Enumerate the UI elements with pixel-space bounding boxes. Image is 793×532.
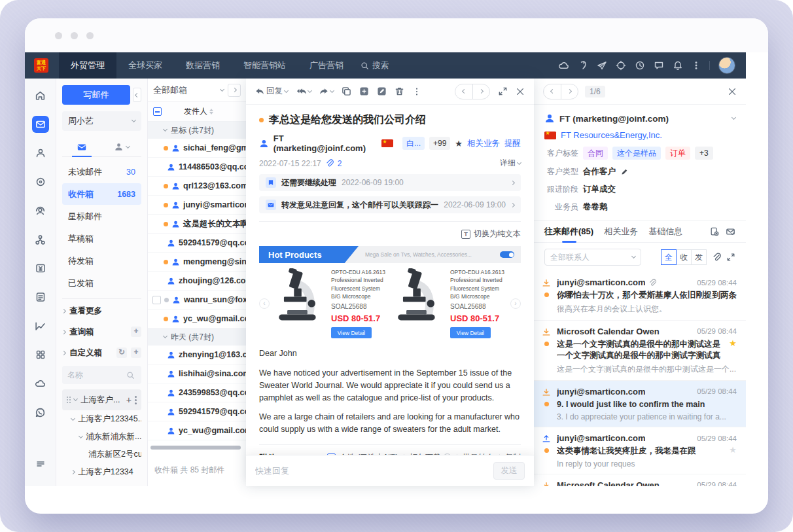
mail-row[interactable]: yc_wu@gmail.com bbox=[148, 310, 246, 328]
add-square-icon[interactable] bbox=[359, 86, 369, 96]
brand-logo[interactable]: 富通 天下 bbox=[34, 58, 48, 73]
rail-docs[interactable] bbox=[25, 283, 56, 311]
rail-home[interactable] bbox=[25, 81, 56, 110]
rail-mail[interactable] bbox=[25, 110, 56, 139]
chevron-down-icon[interactable] bbox=[731, 115, 736, 120]
compose-button[interactable]: 写邮件 bbox=[62, 85, 130, 105]
next-mail-button[interactable] bbox=[472, 84, 489, 99]
view-detail-button[interactable]: View Detail bbox=[331, 327, 372, 338]
mail-row[interactable]: wanru_sun@foxmail.com bbox=[148, 291, 246, 310]
correspondence-item[interactable]: Microsoft Calendar Owen 05/29 08:44 这是一个… bbox=[534, 474, 746, 487]
star-toggle[interactable]: ★ bbox=[455, 139, 463, 148]
seg-sent[interactable]: 发 bbox=[691, 249, 707, 265]
folder-tab-mail[interactable] bbox=[62, 137, 102, 156]
remind-link[interactable]: 提醒 bbox=[504, 138, 521, 149]
add-custom-box-button[interactable]: + bbox=[131, 347, 141, 358]
reply-button[interactable]: 回复 bbox=[255, 86, 288, 97]
send-button[interactable]: 发送 bbox=[493, 462, 525, 480]
next-contact-button[interactable] bbox=[561, 84, 578, 99]
rail-org[interactable] bbox=[25, 225, 56, 254]
plain-text-toggle[interactable]: T 切换为纯文本 bbox=[259, 221, 521, 239]
doc-gear-icon[interactable] bbox=[710, 227, 719, 236]
carousel-next-button[interactable]: › bbox=[510, 298, 521, 309]
group-starred[interactable]: 星标 (共7封) bbox=[148, 122, 246, 139]
company-link[interactable]: FT Resources&Energy,Inc. bbox=[561, 130, 662, 140]
detail-toggle[interactable]: 详细 bbox=[500, 158, 521, 169]
custom-box-selected[interactable]: 上海客户... + bbox=[62, 389, 141, 410]
folder-outbox[interactable]: 待发箱 bbox=[62, 250, 141, 272]
select-all-checkbox[interactable] bbox=[153, 107, 162, 116]
folder-inbox[interactable]: 收件箱 1683 bbox=[62, 183, 141, 205]
folder-unread[interactable]: 未读邮件 30 bbox=[62, 161, 141, 183]
bell-icon[interactable] bbox=[673, 60, 683, 71]
rail-whatsapp[interactable] bbox=[25, 398, 56, 427]
customer-tag[interactable]: 这个是样品 bbox=[612, 147, 661, 160]
mail-row[interactable]: 这是超长的文本啊 bbox=[148, 215, 246, 234]
more-kebab-icon[interactable] bbox=[412, 87, 421, 96]
service-gear-icon[interactable] bbox=[616, 60, 626, 71]
rail-service[interactable] bbox=[25, 196, 56, 225]
todo-notice[interactable]: 还需要继续处理 2022-06-09 19:00 bbox=[259, 174, 521, 191]
prev-contact-button[interactable] bbox=[544, 84, 561, 99]
tree-item[interactable]: 浦东新浦东新... bbox=[62, 428, 141, 446]
row-checkbox[interactable] bbox=[152, 296, 161, 304]
drag-handle-icon[interactable] bbox=[67, 397, 71, 403]
close-icon[interactable] bbox=[516, 87, 525, 96]
star-icon[interactable]: ★ bbox=[729, 339, 737, 362]
more-kebab-icon[interactable] bbox=[135, 399, 137, 401]
contact-name[interactable]: FT (marketing@joinf.com) bbox=[559, 114, 728, 124]
correspondence-item[interactable]: junyi@smarticon.com 05/29 08:44 这类事情老让我笑… bbox=[534, 427, 746, 474]
seg-received[interactable]: 收 bbox=[676, 249, 692, 265]
clock-icon[interactable] bbox=[635, 60, 645, 71]
edit-pencil-icon[interactable] bbox=[620, 168, 629, 176]
folder-tab-contacts[interactable] bbox=[102, 137, 142, 156]
product-card[interactable]: OPTO-EDU A16.2613 Professional Inverted … bbox=[391, 268, 508, 338]
customer-tag[interactable]: 合同 bbox=[583, 147, 608, 160]
query-box-section[interactable]: 查询箱 + bbox=[62, 321, 141, 342]
refresh-custom-box-button[interactable]: ↻ bbox=[116, 347, 127, 358]
add-subfolder-button[interactable]: + bbox=[126, 395, 132, 405]
expand-icon[interactable] bbox=[726, 253, 735, 262]
mail-row[interactable]: zhenying1@163.com bbox=[148, 346, 246, 364]
edit-square-icon[interactable] bbox=[377, 86, 387, 96]
mail-row[interactable]: 592941579@qq.com bbox=[148, 234, 246, 253]
collapse-pane-button[interactable] bbox=[133, 88, 141, 102]
quick-reply-input[interactable] bbox=[255, 466, 487, 476]
correspondence-item-selected[interactable]: junyi@smarticon.com 05/29 08:44 9. I wou… bbox=[534, 381, 746, 428]
send-icon[interactable] bbox=[597, 60, 607, 71]
paperclip-icon[interactable] bbox=[712, 253, 721, 262]
forward-button[interactable] bbox=[319, 87, 334, 96]
boost-icon[interactable] bbox=[578, 60, 588, 71]
tree-item[interactable]: 上海客户123345... bbox=[62, 410, 141, 428]
nav-tab-ads[interactable]: 广告营销 bbox=[298, 52, 355, 79]
correspondence-item[interactable]: Microsoft Calendar Owen 05/29 08:44 这是一个… bbox=[534, 321, 746, 381]
mail-row[interactable]: lishihai@sina.com bbox=[148, 364, 246, 383]
customer-tag[interactable]: 订单 bbox=[665, 147, 690, 160]
close-icon[interactable] bbox=[728, 87, 737, 96]
mail-row[interactable]: 592941579@qq.com bbox=[148, 402, 246, 421]
forward-notice[interactable]: 转发意见注意回复，这个邮件可以关联跟踪一下 2022-06-09 19:00 bbox=[259, 196, 521, 213]
copy-icon[interactable] bbox=[342, 86, 351, 96]
carousel-prev-button[interactable]: ‹ bbox=[259, 298, 270, 309]
column-sender[interactable]: 发件人 bbox=[184, 106, 213, 117]
tab-correspondence[interactable]: 往来邮件(85) bbox=[544, 221, 593, 243]
folder-drafts[interactable]: 草稿箱 bbox=[62, 228, 141, 249]
rail-collapse[interactable] bbox=[25, 450, 56, 478]
contacts-dropdown[interactable]: 全部联系人 bbox=[544, 249, 641, 266]
mail-check-icon[interactable] bbox=[726, 227, 735, 236]
add-query-box-button[interactable]: + bbox=[131, 327, 141, 337]
rail-cloud[interactable] bbox=[25, 369, 56, 398]
mail-row[interactable]: qrl123@163.com bbox=[148, 177, 246, 196]
group-yesterday[interactable]: 昨天 (共7封) bbox=[148, 328, 246, 346]
nav-tab-smart-site[interactable]: 智能营销站 bbox=[232, 52, 298, 79]
chat-icon[interactable] bbox=[654, 60, 664, 71]
mail-row[interactable]: mengmeng@sina.com bbox=[148, 253, 246, 272]
tab-related-business[interactable]: 相关业务 bbox=[604, 221, 638, 243]
related-business-link[interactable]: 相关业务 bbox=[467, 138, 500, 149]
rail-finance[interactable] bbox=[25, 254, 56, 283]
nav-tab-trade[interactable]: 外贸管理 bbox=[59, 52, 116, 79]
sort-icon[interactable] bbox=[209, 109, 213, 115]
nav-tab-data-marketing[interactable]: 数据营销 bbox=[174, 52, 232, 79]
tree-item[interactable]: 上海客户12334 bbox=[62, 463, 141, 481]
more-kebab-icon[interactable] bbox=[692, 61, 701, 70]
